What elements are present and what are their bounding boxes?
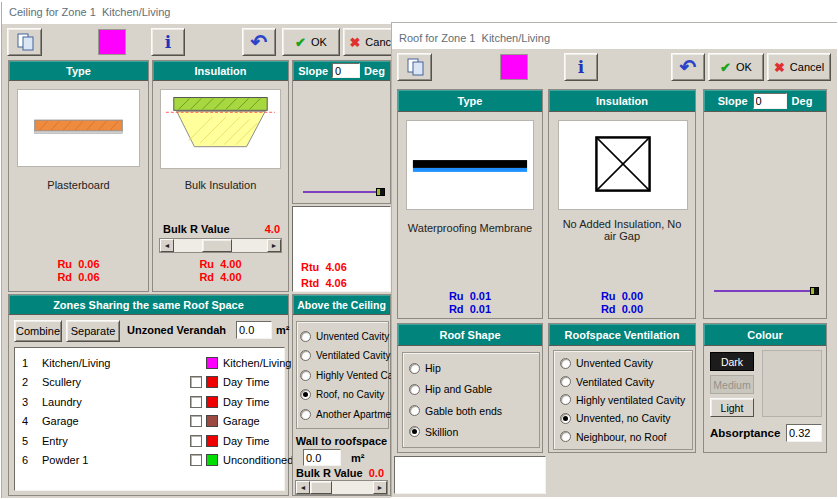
info-button[interactable]: i [151,28,185,56]
slope-label: Slope [718,95,748,107]
roof-insulation-panel: Insulation No Added Insulation, No air G… [548,89,696,319]
wall-bulk-r-scrollbar[interactable]: ◄ ► [295,480,388,495]
zone-row[interactable]: 2 Scullery Day Time [15,373,284,393]
scroll-right-arrow[interactable]: ► [373,481,387,494]
zone-colour-swatch[interactable] [98,29,126,55]
zones-list: 1 Kitchen/Living Kitchen/Living 2 Sculle… [14,347,285,491]
zones-panel: Zones Sharing the same Roof Space Combin… [8,294,289,496]
undo-button[interactable]: ↶ [671,53,705,81]
ceiling-slope-panel: Slope Deg [292,60,391,204]
ok-button[interactable]: ✔ OK [708,53,764,81]
zone-type: Day Time [223,396,284,408]
scroll-right-arrow[interactable]: ► [267,239,281,252]
radio-option[interactable]: Unvented Cavity [297,331,388,342]
slope-slider[interactable] [303,191,380,193]
no-insulation-image[interactable] [558,120,688,210]
radio-option[interactable]: Hip and Gable [403,383,539,395]
scroll-left-arrow[interactable]: ◄ [296,481,310,494]
roof-dialog: Roof for Zone 1 Kitchen/Living i ↶ ✔ OK … [391,22,837,497]
zone-name: Laundry [42,396,190,408]
radio-option[interactable]: Highly ventilated Cavity [554,394,692,406]
zone-name: Kitchen/Living [42,357,190,369]
radio-option-label: Unvented, no Cavity [576,412,671,424]
ceiling-insulation-rd: Rd 4.00 [153,271,288,283]
radio-option[interactable]: Hip [403,362,539,374]
zone-checkbox[interactable] [190,376,202,388]
zone-type: Unconditioned [223,454,293,466]
zone-checkbox[interactable] [190,454,202,466]
separate-button[interactable]: Separate [66,320,120,342]
bulk-r-scrollbar[interactable]: ◄ ► [159,238,282,253]
copy-button[interactable] [397,53,432,81]
slope-input[interactable] [753,93,787,109]
radio-icon [560,394,571,405]
result-line: Rtd 4.06 [301,275,382,291]
ventilation-panel: Roofspace Ventilation Unvented Cavity Ve… [548,323,696,453]
radio-icon [409,384,420,395]
bulk-insulation-image[interactable] [160,89,281,169]
slope-slider[interactable] [714,290,814,292]
radio-option[interactable]: Neighbour, no Roof [554,431,692,443]
radio-icon [560,431,571,442]
radio-option[interactable]: Skillion [403,426,539,438]
ceiling-titlebar: Ceiling for Zone 1 Kitchen/Living [2,2,391,24]
radio-option[interactable]: Highly Vented Cav [297,370,388,381]
slope-slider-handle[interactable] [376,188,385,196]
wall-to-roofspace-input[interactable] [303,449,341,466]
slope-slider-handle[interactable] [810,287,819,295]
zone-checkbox[interactable] [190,435,202,447]
colour-header: Colour [704,324,826,346]
radio-option[interactable]: Gable both ends [403,405,539,417]
membrane-image[interactable] [406,120,534,210]
radio-icon [300,331,311,342]
radio-option-label: Neighbour, no Roof [576,431,666,443]
absorptance-label: Absorptance [710,427,780,439]
radio-option-label: Highly ventilated Cavity [576,394,685,406]
zone-color-swatch [206,357,218,369]
scroll-left-arrow[interactable]: ◄ [160,239,174,252]
absorptance-input[interactable] [786,424,822,442]
info-button[interactable]: i [564,53,598,81]
colour-dark-button[interactable]: Dark [710,352,754,371]
slope-input[interactable] [332,63,360,78]
radio-option[interactable]: Ventilated Cavity [297,350,388,361]
verandah-input[interactable] [236,321,272,339]
colour-medium-button[interactable]: Medium [710,375,754,394]
waterproofing-membrane-icon [407,120,533,210]
copy-button[interactable] [7,28,42,56]
radio-option[interactable]: Roof, no Cavity [297,389,388,400]
radio-icon [560,413,571,424]
ventilation-header: Roofspace Ventilation [549,324,695,346]
ok-button[interactable]: ✔ OK [282,28,340,56]
radio-option[interactable]: Unvented, no Cavity [554,412,692,424]
radio-option[interactable]: Ventilated Cavity [554,376,692,388]
scroll-thumb[interactable] [310,481,332,494]
bulk-r-value: 4.0 [265,223,280,235]
separate-label: Separate [71,325,116,337]
zone-checkbox[interactable] [190,396,202,408]
zone-row[interactable]: 3 Laundry Day Time [15,392,284,412]
undo-button[interactable]: ↶ [242,28,276,56]
zone-type: Kitchen/Living [223,357,292,369]
radio-icon [300,409,311,420]
zone-row[interactable]: 4 Garage Garage [15,412,284,432]
combine-button[interactable]: Combine [14,320,62,342]
insulation-panel-header: Insulation [549,90,695,112]
colour-light-button[interactable]: Light [710,398,754,417]
zone-colour-swatch[interactable] [500,54,528,80]
scroll-thumb[interactable] [202,239,232,252]
ceiling-insulation-ru: Ru 4.00 [153,258,288,270]
roof-insulation-ru: Ru 0.00 [549,290,695,302]
zone-checkbox[interactable] [190,415,202,427]
undo-icon: ↶ [251,32,268,52]
roof-shape-header: Roof Shape [398,324,542,346]
zone-number: 2 [22,376,42,388]
ceiling-type-rd: Rd 0.06 [9,271,148,283]
zone-row[interactable]: 5 Entry Day Time [15,431,284,451]
plasterboard-image[interactable] [17,89,140,167]
radio-option[interactable]: Unvented Cavity [554,357,692,369]
radio-option[interactable]: Another Apartment [297,409,388,420]
zone-row[interactable]: 1 Kitchen/Living Kitchen/Living [15,353,284,373]
cancel-button[interactable]: ✖ Cancel [767,53,831,81]
zone-row[interactable]: 6 Powder 1 Unconditioned [15,451,284,471]
